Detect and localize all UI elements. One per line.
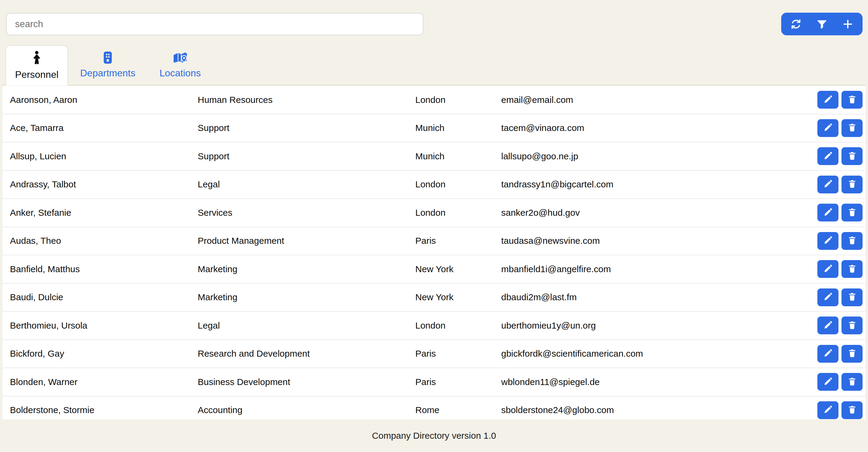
delete-button[interactable] bbox=[841, 260, 863, 278]
pencil-icon bbox=[824, 377, 833, 387]
trash-icon bbox=[847, 179, 857, 190]
app-footer: Company Directory version 1.0 bbox=[0, 419, 868, 452]
filter-button[interactable] bbox=[811, 13, 833, 35]
refresh-button[interactable] bbox=[785, 13, 807, 35]
row-actions bbox=[817, 288, 866, 306]
trash-icon bbox=[847, 151, 857, 162]
person-name: Audas, Theo bbox=[10, 236, 198, 246]
map-pin-icon bbox=[173, 51, 187, 64]
edit-button[interactable] bbox=[817, 119, 838, 137]
tab-personnel[interactable]: Personnel bbox=[5, 45, 68, 85]
trash-icon bbox=[847, 95, 857, 105]
person-location: Munich bbox=[415, 151, 501, 162]
table-row: Aaronson, Aaron Human Resources London e… bbox=[2, 86, 866, 114]
trash-icon bbox=[847, 123, 857, 133]
person-location: London bbox=[415, 179, 501, 190]
edit-button[interactable] bbox=[817, 204, 838, 222]
delete-button[interactable] bbox=[841, 373, 863, 391]
building-icon bbox=[103, 51, 112, 64]
person-location: London bbox=[415, 207, 501, 218]
person-location: New York bbox=[415, 292, 501, 302]
personnel-table: Aaronson, Aaron Human Resources London e… bbox=[2, 86, 866, 419]
person-department: Services bbox=[198, 207, 415, 218]
row-actions bbox=[817, 316, 866, 334]
plus-icon bbox=[842, 18, 854, 30]
person-department: Legal bbox=[198, 179, 415, 190]
person-department: Research and Development bbox=[198, 348, 415, 359]
edit-button[interactable] bbox=[817, 345, 838, 363]
trash-icon bbox=[847, 207, 857, 218]
person-name: Andrassy, Talbot bbox=[10, 179, 198, 190]
person-name: Aaronson, Aaron bbox=[10, 95, 198, 105]
table-row: Berthomieu, Ursola Legal London uberthom… bbox=[2, 312, 866, 340]
delete-button[interactable] bbox=[841, 401, 863, 419]
delete-button[interactable] bbox=[841, 345, 863, 363]
person-location: Paris bbox=[415, 236, 501, 246]
person-email: tacem@vinaora.com bbox=[501, 123, 817, 133]
person-email: uberthomieu1y@un.org bbox=[501, 320, 817, 331]
person-location: London bbox=[415, 95, 501, 105]
person-email: sbolderstone24@globo.com bbox=[501, 405, 817, 415]
person-email: taudasa@newsvine.com bbox=[501, 236, 817, 246]
pencil-icon bbox=[824, 236, 833, 246]
table-row: Audas, Theo Product Management Paris tau… bbox=[2, 227, 866, 256]
edit-button[interactable] bbox=[817, 91, 838, 109]
person-department: Legal bbox=[198, 320, 415, 331]
footer-version-text: Company Directory version 1.0 bbox=[372, 430, 496, 441]
row-actions bbox=[817, 119, 866, 137]
delete-button[interactable] bbox=[841, 119, 863, 137]
delete-button[interactable] bbox=[841, 91, 863, 109]
edit-button[interactable] bbox=[817, 260, 838, 278]
table-row: Andrassy, Talbot Legal London tandrassy1… bbox=[2, 171, 866, 199]
trash-icon bbox=[847, 405, 857, 415]
row-actions bbox=[817, 147, 866, 165]
edit-button[interactable] bbox=[817, 147, 838, 165]
edit-button[interactable] bbox=[817, 401, 838, 419]
table-row: Ace, Tamarra Support Munich tacem@vinaor… bbox=[2, 114, 866, 143]
trash-icon bbox=[847, 236, 857, 246]
table-row: Bolderstone, Stormie Accounting Rome sbo… bbox=[2, 396, 866, 420]
refresh-icon bbox=[790, 18, 802, 30]
row-actions bbox=[817, 176, 866, 193]
person-location: Paris bbox=[415, 377, 501, 387]
person-name: Bickford, Gay bbox=[10, 348, 198, 359]
edit-button[interactable] bbox=[817, 373, 838, 391]
table-row: Banfield, Matthus Marketing New York mba… bbox=[2, 255, 866, 284]
row-actions bbox=[817, 91, 866, 109]
person-department: Marketing bbox=[198, 264, 415, 274]
tab-departments[interactable]: Departments bbox=[68, 45, 147, 85]
add-button[interactable] bbox=[837, 13, 859, 35]
delete-button[interactable] bbox=[841, 232, 863, 250]
person-department: Accounting bbox=[198, 405, 415, 415]
table-row: Blonden, Warner Business Development Par… bbox=[2, 368, 866, 396]
edit-button[interactable] bbox=[817, 316, 838, 334]
trash-icon bbox=[847, 292, 857, 302]
trash-icon bbox=[847, 377, 857, 387]
edit-button[interactable] bbox=[817, 176, 838, 193]
person-department: Product Management bbox=[198, 236, 415, 246]
edit-button[interactable] bbox=[817, 288, 838, 306]
tab-personnel-label: Personnel bbox=[15, 69, 59, 80]
pencil-icon bbox=[824, 95, 833, 105]
delete-button[interactable] bbox=[841, 176, 863, 193]
person-name: Bolderstone, Stormie bbox=[10, 405, 198, 415]
person-email: sanker2o@hud.gov bbox=[501, 207, 817, 218]
toolbar-button-group bbox=[781, 13, 863, 35]
person-location: Rome bbox=[415, 405, 501, 415]
delete-button[interactable] bbox=[841, 147, 863, 165]
delete-button[interactable] bbox=[841, 288, 863, 306]
company-directory-app: Personnel Departments Locations Aaronson… bbox=[0, 0, 868, 452]
pencil-icon bbox=[824, 179, 833, 190]
filter-icon bbox=[816, 18, 828, 30]
delete-button[interactable] bbox=[841, 204, 863, 222]
person-name: Blonden, Warner bbox=[10, 377, 198, 387]
person-name: Banfield, Matthus bbox=[10, 264, 198, 274]
edit-button[interactable] bbox=[817, 232, 838, 250]
row-actions bbox=[817, 373, 866, 391]
search-input[interactable] bbox=[6, 13, 424, 35]
delete-button[interactable] bbox=[841, 316, 863, 334]
table-row: Allsup, Lucien Support Munich lallsupo@g… bbox=[2, 142, 866, 171]
tab-departments-label: Departments bbox=[80, 67, 135, 79]
person-name: Allsup, Lucien bbox=[10, 151, 198, 162]
tab-locations[interactable]: Locations bbox=[147, 45, 213, 85]
